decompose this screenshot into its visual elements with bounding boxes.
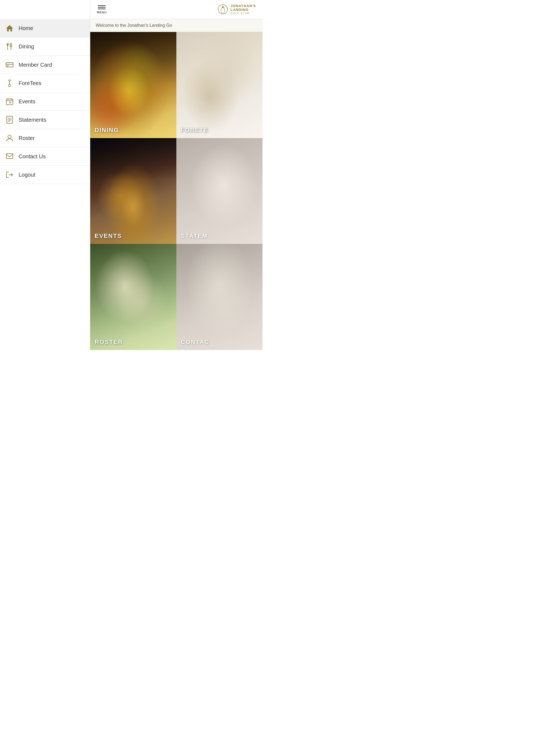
sidebar-item-label: Contact Us (19, 153, 46, 160)
events-icon: 30 (5, 97, 14, 106)
logout-icon (5, 171, 14, 179)
home-icon (5, 24, 14, 32)
svg-point-24 (8, 135, 11, 138)
sidebar-item-events[interactable]: 30 Events (0, 93, 90, 111)
tile-statements[interactable]: STATEM (176, 138, 262, 244)
svg-text:30: 30 (9, 101, 11, 104)
welcome-text: Welcome to the Jonathan's Landing Go (96, 23, 172, 28)
tile-label: FORETE (181, 127, 208, 134)
menu-label: MENU (97, 11, 107, 14)
sidebar-item-home[interactable]: Home (0, 19, 90, 37)
sidebar-item-label: Events (19, 98, 35, 105)
menu-button[interactable]: MENU (97, 5, 107, 14)
tile-label: ROSTER (95, 338, 123, 345)
svg-point-3 (222, 6, 224, 8)
tile-contact[interactable]: CONTAC (176, 244, 262, 350)
sidebar-item-foretees[interactable]: ForeTees (0, 74, 90, 93)
sidebar-item-label: Dining (19, 44, 34, 50)
welcome-bar: Welcome to the Jonathan's Landing Go (90, 19, 262, 32)
svg-rect-9 (7, 65, 9, 66)
foretees-icon (5, 79, 14, 87)
svg-rect-19 (6, 116, 12, 123)
svg-point-11 (8, 84, 11, 87)
sidebar-item-label: Roster (19, 135, 35, 141)
sidebar-item-roster[interactable]: Roster (0, 129, 90, 147)
sidebar-item-member-card[interactable]: Member Card (0, 56, 90, 74)
logo-icon (218, 4, 228, 14)
roster-icon (5, 134, 14, 142)
sidebar-item-label: Home (19, 25, 33, 31)
svg-rect-10 (7, 66, 8, 67)
tile-events[interactable]: EVENTS (90, 138, 176, 244)
svg-rect-25 (6, 154, 13, 159)
menu-bar (98, 5, 105, 6)
contact-icon (5, 152, 14, 160)
sidebar-item-label: ForeTees (19, 80, 41, 86)
tile-label: CONTAC (181, 338, 209, 345)
svg-point-13 (8, 80, 11, 81)
sidebar-item-contact-us[interactable]: Contact Us (0, 147, 90, 166)
statements-icon (5, 115, 14, 124)
content-area: Welcome to the Jonathan's Landing Go DIN… (90, 19, 262, 350)
menu-bar (98, 7, 105, 8)
tile-label: DINING (95, 127, 119, 134)
tile-label: EVENTS (95, 232, 122, 239)
tile-dining[interactable]: DINING (90, 32, 176, 138)
dining-icon (5, 42, 14, 51)
sidebar-item-label: Member Card (19, 62, 52, 68)
member-card-icon (5, 61, 14, 69)
sidebar-item-label: Logout (19, 172, 35, 178)
menu-bar (98, 8, 105, 9)
sidebar-item-dining[interactable]: Dining (0, 37, 90, 56)
tile-grid: DINING FORETE EVENTS STATEM (90, 32, 262, 350)
tile-foretees[interactable]: FORETE (176, 32, 262, 138)
logo: JONATHAN'S LANDING GOLF CLUB (218, 4, 256, 15)
sidebar: Home Dining Memb (0, 19, 90, 350)
sidebar-item-statements[interactable]: Statements (0, 111, 90, 129)
svg-point-1 (221, 8, 225, 13)
tile-roster[interactable]: ROSTER (90, 244, 176, 350)
logo-text: JONATHAN'S LANDING GOLF CLUB (230, 4, 256, 15)
svg-marker-4 (6, 25, 13, 31)
tile-label: STATEM (181, 232, 208, 239)
sidebar-item-label: Statements (19, 117, 46, 123)
header: MENU JONATHAN'S LANDING GOLF CLUB (90, 0, 262, 19)
sidebar-item-logout[interactable]: Logout (0, 166, 90, 184)
